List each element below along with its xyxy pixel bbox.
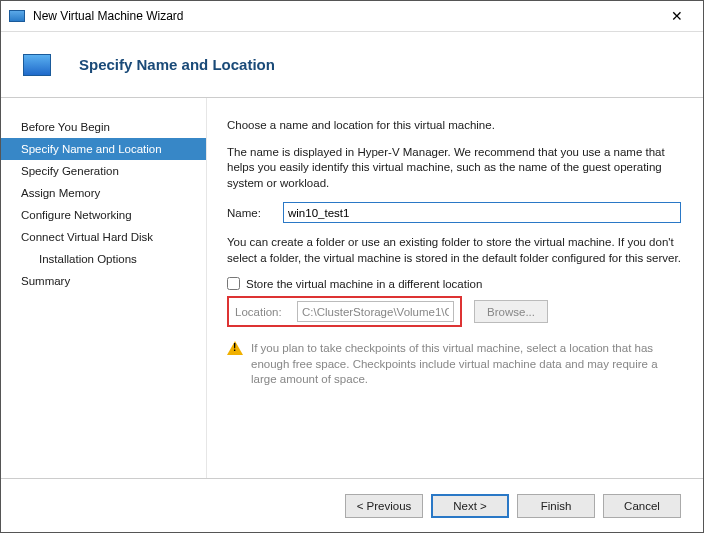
browse-button: Browse... [474, 300, 548, 323]
wizard-content: Choose a name and location for this virt… [207, 98, 703, 478]
button-bar: < Previous Next > Finish Cancel [1, 478, 703, 532]
window-title: New Virtual Machine Wizard [33, 9, 655, 23]
location-highlight: Location: [227, 296, 462, 327]
wizard-header: Specify Name and Location [1, 32, 703, 98]
page-heading: Specify Name and Location [79, 56, 275, 73]
step-assign-memory[interactable]: Assign Memory [1, 182, 206, 204]
step-specify-name-location[interactable]: Specify Name and Location [1, 138, 206, 160]
warning-icon [227, 341, 243, 357]
checkpoint-warning-text: If you plan to take checkpoints of this … [251, 341, 681, 388]
step-before-you-begin[interactable]: Before You Begin [1, 116, 206, 138]
step-configure-networking[interactable]: Configure Networking [1, 204, 206, 226]
next-button[interactable]: Next > [431, 494, 509, 518]
wizard-sidebar: Before You Begin Specify Name and Locati… [1, 98, 207, 478]
folder-description: You can create a folder or use an existi… [227, 235, 681, 266]
location-input [297, 301, 454, 322]
store-different-location-checkbox[interactable] [227, 277, 240, 290]
checkpoint-warning: If you plan to take checkpoints of this … [227, 341, 681, 388]
name-input[interactable] [283, 202, 681, 223]
previous-button[interactable]: < Previous [345, 494, 423, 518]
close-icon[interactable]: ✕ [655, 2, 699, 30]
intro-text: Choose a name and location for this virt… [227, 118, 681, 134]
titlebar: New Virtual Machine Wizard ✕ [1, 1, 703, 32]
store-different-location-label: Store the virtual machine in a different… [246, 278, 482, 290]
name-label: Name: [227, 207, 275, 219]
wizard-icon [23, 54, 51, 76]
step-summary[interactable]: Summary [1, 270, 206, 292]
app-icon [9, 10, 25, 22]
step-specify-generation[interactable]: Specify Generation [1, 160, 206, 182]
step-installation-options[interactable]: Installation Options [1, 248, 206, 270]
cancel-button[interactable]: Cancel [603, 494, 681, 518]
step-connect-vhd[interactable]: Connect Virtual Hard Disk [1, 226, 206, 248]
wizard-window: New Virtual Machine Wizard ✕ Specify Nam… [0, 0, 704, 533]
finish-button[interactable]: Finish [517, 494, 595, 518]
location-label: Location: [235, 306, 291, 318]
name-description: The name is displayed in Hyper-V Manager… [227, 145, 681, 192]
